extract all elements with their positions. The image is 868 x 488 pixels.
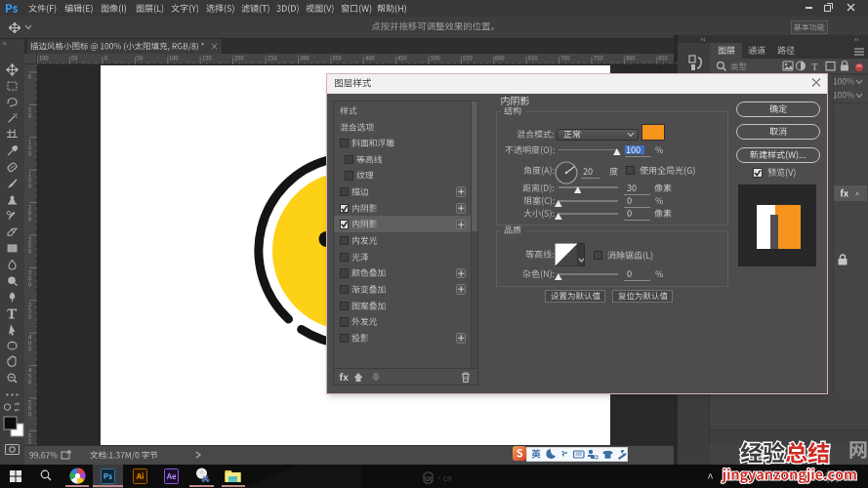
svg-text:Ui: Ui bbox=[425, 475, 432, 482]
svg-text:T: T bbox=[811, 61, 818, 72]
